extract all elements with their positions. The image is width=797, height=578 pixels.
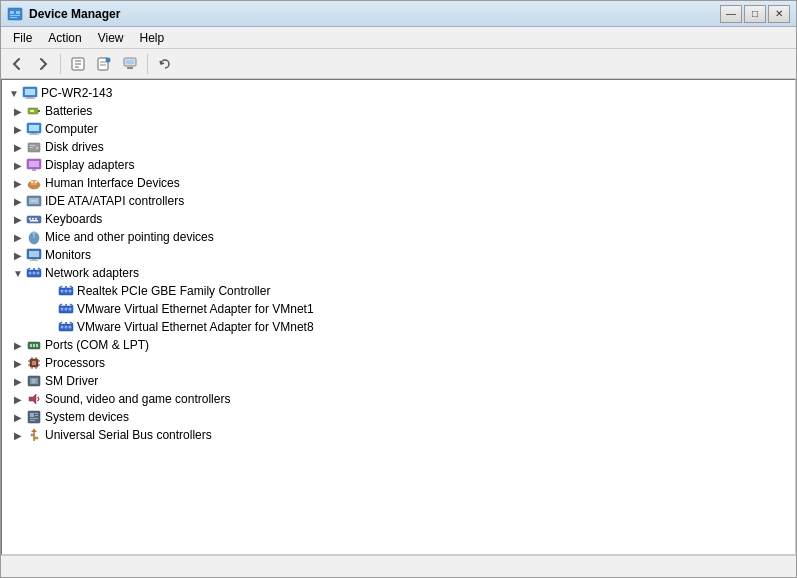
device-tree[interactable]: ▼ PC-WR2-143 ▶ Batteries ▶ Computer ▶ — [1, 79, 796, 555]
svg-rect-2 — [16, 11, 20, 14]
tree-item[interactable]: ▶ Human Interface Devices — [2, 174, 795, 192]
maximize-button[interactable]: □ — [744, 5, 766, 23]
expander-icon[interactable]: ▶ — [10, 121, 26, 137]
expander-icon[interactable]: ▶ — [10, 391, 26, 407]
svg-rect-4 — [10, 17, 17, 18]
device-icon — [26, 337, 42, 353]
svg-marker-99 — [29, 394, 36, 404]
other-button[interactable] — [118, 52, 142, 76]
root-expander[interactable]: ▼ — [6, 85, 22, 101]
tree-root[interactable]: ▼ PC-WR2-143 — [2, 84, 795, 102]
close-button[interactable]: ✕ — [768, 5, 790, 23]
tree-item[interactable]: ▶ Ports (COM & LPT) — [2, 336, 795, 354]
minimize-button[interactable]: — — [720, 5, 742, 23]
device-icon — [26, 247, 42, 263]
tree-item[interactable]: ▶ Monitors — [2, 246, 795, 264]
device-label: VMware Virtual Ethernet Adapter for VMne… — [77, 320, 314, 334]
status-bar — [1, 555, 796, 577]
svg-line-59 — [38, 268, 41, 270]
toolbar — [1, 49, 796, 79]
leaf-spacer — [42, 283, 58, 299]
device-icon — [26, 229, 42, 245]
svg-rect-105 — [30, 420, 35, 421]
menu-view[interactable]: View — [90, 29, 132, 47]
menu-action[interactable]: Action — [40, 29, 89, 47]
tree-item[interactable]: ▶ Processors — [2, 354, 795, 372]
tree-item[interactable]: ▶ IDE ATA/ATAPI controllers — [2, 192, 795, 210]
device-manager-window: Device Manager — □ ✕ File Action View He… — [0, 0, 797, 578]
svg-point-61 — [61, 290, 64, 293]
expander-icon[interactable]: ▶ — [10, 139, 26, 155]
device-icon — [58, 283, 74, 299]
window-controls: — □ ✕ — [720, 5, 790, 23]
expander-icon[interactable]: ▶ — [10, 229, 26, 245]
expander-icon[interactable]: ▶ — [10, 337, 26, 353]
tree-item[interactable]: ▶ Computer — [2, 120, 795, 138]
tree-item[interactable]: ▶ Universal Serial Bus controllers — [2, 426, 795, 444]
expander-icon[interactable]: ▶ — [10, 211, 26, 227]
expander-icon[interactable]: ▶ — [10, 373, 26, 389]
device-label: Human Interface Devices — [45, 176, 180, 190]
tree-item[interactable]: ▶ System devices — [2, 408, 795, 426]
device-label: Computer — [45, 122, 98, 136]
svg-rect-96 — [30, 378, 38, 384]
tree-item[interactable]: ▶ Batteries — [2, 102, 795, 120]
forward-button[interactable] — [31, 52, 55, 76]
svg-line-78 — [59, 322, 62, 324]
expander-icon[interactable]: ▶ — [10, 193, 26, 209]
menu-help[interactable]: Help — [132, 29, 173, 47]
expander-icon[interactable]: ▶ — [10, 175, 26, 191]
device-label: Display adapters — [45, 158, 134, 172]
svg-line-57 — [27, 268, 30, 270]
expander-icon[interactable]: ▶ — [10, 247, 26, 263]
tree-item[interactable]: ▶ SM Driver — [2, 372, 795, 390]
device-icon — [26, 121, 42, 137]
refresh-button[interactable] — [153, 52, 177, 76]
svg-rect-1 — [10, 11, 14, 14]
expander-icon[interactable]: ▶ — [10, 355, 26, 371]
tree-item[interactable]: ▶ Keyboards — [2, 210, 795, 228]
expander-icon[interactable]: ▶ — [10, 103, 26, 119]
svg-rect-14 — [126, 60, 134, 64]
svg-point-36 — [31, 181, 33, 183]
tree-item[interactable]: ▶ Sound, video and game controllers — [2, 390, 795, 408]
device-icon — [26, 355, 42, 371]
device-icon — [26, 391, 42, 407]
back-button[interactable] — [5, 52, 29, 76]
tree-item[interactable]: Realtek PCIe GBE Family Controller — [2, 282, 795, 300]
svg-rect-101 — [30, 413, 34, 417]
tree-item[interactable]: VMware Virtual Ethernet Adapter for VMne… — [2, 318, 795, 336]
svg-rect-3 — [10, 15, 20, 16]
tree-item[interactable]: ▼ Network adapters — [2, 264, 795, 282]
properties-button[interactable] — [66, 52, 90, 76]
svg-rect-29 — [30, 147, 33, 148]
tree-item[interactable]: ▶ Mice and other pointing devices — [2, 228, 795, 246]
expander-icon[interactable]: ▼ — [10, 265, 26, 281]
svg-point-70 — [69, 308, 72, 311]
svg-rect-21 — [38, 110, 40, 112]
device-label: Ports (COM & LPT) — [45, 338, 149, 352]
device-label: System devices — [45, 410, 129, 424]
svg-rect-50 — [29, 251, 39, 257]
toolbar-separator-2 — [147, 54, 148, 74]
svg-point-62 — [65, 290, 68, 293]
svg-rect-26 — [29, 134, 39, 135]
svg-rect-0 — [8, 8, 22, 20]
scan-button[interactable] — [92, 52, 116, 76]
device-icon — [26, 175, 42, 191]
svg-rect-109 — [35, 437, 38, 439]
window-icon — [7, 6, 23, 22]
svg-rect-86 — [32, 361, 36, 365]
title-bar: Device Manager — □ ✕ — [1, 1, 796, 27]
tree-item[interactable]: VMware Virtual Ethernet Adapter for VMne… — [2, 300, 795, 318]
menu-file[interactable]: File — [5, 29, 40, 47]
svg-point-37 — [35, 181, 37, 183]
expander-icon[interactable]: ▶ — [10, 409, 26, 425]
tree-item[interactable]: ▶ Display adapters — [2, 156, 795, 174]
svg-rect-108 — [31, 434, 34, 436]
expander-icon[interactable]: ▶ — [10, 427, 26, 443]
tree-item[interactable]: ▶ Disk drives — [2, 138, 795, 156]
svg-rect-104 — [30, 418, 38, 419]
expander-icon[interactable]: ▶ — [10, 157, 26, 173]
svg-rect-33 — [32, 169, 36, 171]
